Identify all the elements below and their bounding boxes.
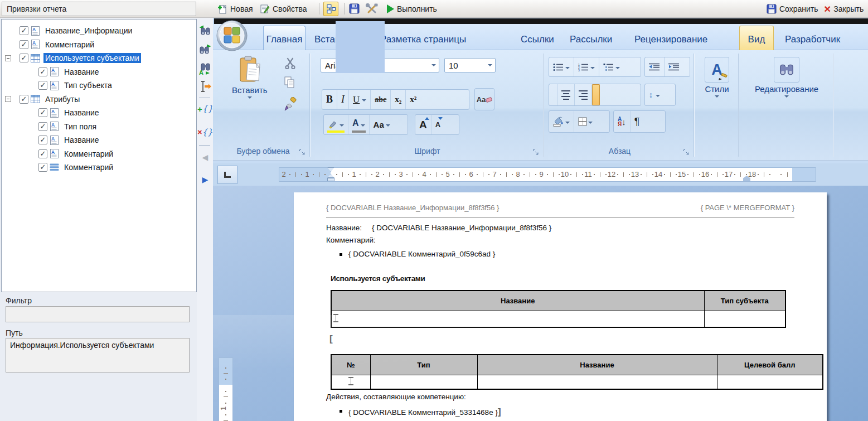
- competency-table-cell[interactable]: [477, 375, 717, 389]
- format-painter-button[interactable]: [283, 97, 298, 112]
- align-left-button[interactable]: [549, 84, 557, 105]
- find-text-binoculars-icon[interactable]: A: [198, 62, 212, 76]
- tab-разметка-страницы[interactable]: Разметка страницы: [374, 26, 473, 50]
- superscript-button[interactable]: x²: [405, 90, 420, 109]
- tree-item-label[interactable]: Название: [62, 135, 101, 145]
- borders-button[interactable]: [574, 111, 597, 132]
- tree-item[interactable]: ✓Используется субъектами: [2, 51, 196, 65]
- tree-item[interactable]: ✓AНазвание_Информации: [2, 24, 196, 38]
- underline-button[interactable]: U: [348, 90, 370, 109]
- paragraph-dialog-launcher[interactable]: [683, 149, 690, 156]
- filter-input[interactable]: [6, 306, 190, 322]
- tools-icon-button[interactable]: [365, 0, 379, 17]
- align-center-button[interactable]: [557, 84, 574, 105]
- tree-item-label[interactable]: Комментарий: [62, 149, 115, 159]
- tree-item[interactable]: ✓AТип поля: [2, 120, 196, 134]
- grow-font-button[interactable]: A: [415, 115, 431, 134]
- increase-indent-button[interactable]: [664, 57, 683, 76]
- copy-button[interactable]: [283, 76, 297, 89]
- clipboard-dialog-launcher[interactable]: [299, 149, 306, 156]
- delete-field-braces-icon[interactable]: ×{}: [198, 125, 212, 139]
- office-button[interactable]: [216, 20, 248, 52]
- competency-table-header-name[interactable]: Название: [477, 355, 717, 375]
- change-case-button[interactable]: Aa: [369, 115, 394, 134]
- bold-button[interactable]: B: [322, 90, 337, 109]
- line-spacing-button[interactable]: ↕: [645, 84, 664, 105]
- decrease-indent-button[interactable]: [645, 57, 664, 76]
- tab-рассылки[interactable]: Рассылки: [563, 26, 619, 50]
- justify-button[interactable]: [591, 84, 600, 105]
- document-page[interactable]: { DOCVARIABLE Название_Информации_8f8f3f…: [294, 192, 827, 421]
- competency-table-cell[interactable]: [331, 375, 370, 389]
- tree-checkbox[interactable]: ✓: [20, 26, 28, 35]
- tree-checkbox[interactable]: ✓: [38, 67, 47, 76]
- save-template-icon-button[interactable]: [349, 0, 360, 17]
- insert-field-cursor-icon[interactable]: [198, 80, 212, 93]
- tab-ссылки[interactable]: Ссылки: [514, 26, 561, 50]
- tree-item-label[interactable]: Тип субъекта: [62, 80, 114, 90]
- numbered-list-button[interactable]: 123: [574, 57, 599, 76]
- competency-table-cell[interactable]: [370, 375, 477, 389]
- tree-item[interactable]: ✓AНазвание: [2, 65, 196, 79]
- save-button[interactable]: Сохранить: [767, 0, 818, 17]
- font-color-button[interactable]: A: [348, 115, 369, 134]
- tab-stop-selector[interactable]: [217, 166, 237, 184]
- new-report-button[interactable]: Новая: [217, 0, 253, 17]
- tree-item-label[interactable]: Атрибуты: [43, 94, 81, 104]
- tree-checkbox[interactable]: ✓: [38, 149, 47, 158]
- strikethrough-button[interactable]: abc: [370, 90, 390, 109]
- multilevel-list-button[interactable]: [599, 57, 624, 76]
- tree-checkbox[interactable]: ✓: [20, 95, 28, 104]
- collapse-expander[interactable]: [5, 96, 11, 102]
- tree-checkbox[interactable]: ✓: [20, 54, 28, 62]
- font-dialog-launcher[interactable]: [532, 149, 540, 156]
- tree-checkbox[interactable]: ✓: [38, 163, 47, 172]
- tab-главная[interactable]: Главная: [263, 26, 306, 50]
- subjects-table-cell[interactable]: [704, 311, 785, 327]
- close-button[interactable]: × Закрыть: [824, 0, 864, 17]
- subjects-table-cell[interactable]: [331, 311, 704, 327]
- tree-item-label[interactable]: Тип поля: [62, 122, 98, 132]
- tab-рецензирование[interactable]: Рецензирование: [628, 26, 714, 50]
- cut-button[interactable]: [284, 57, 297, 69]
- tree-item-label[interactable]: Название: [62, 67, 101, 77]
- paste-button[interactable]: Вставить: [232, 56, 268, 99]
- add-field-braces-icon[interactable]: +{}: [198, 102, 212, 115]
- bindings-panel-toggle-button[interactable]: [323, 2, 338, 16]
- tree-item[interactable]: ✓AТип субъекта: [2, 79, 196, 93]
- subjects-table-header-name[interactable]: Название: [331, 291, 704, 311]
- competency-table-header-type[interactable]: Тип: [370, 355, 477, 375]
- tree-item[interactable]: ✓Атрибуты: [2, 93, 196, 107]
- find-previous-binoculars-icon[interactable]: [198, 24, 212, 37]
- tree-item-label[interactable]: Название_Информации: [43, 26, 134, 36]
- sort-button[interactable]: А Я ↓: [614, 111, 630, 132]
- tree-checkbox[interactable]: ✓: [20, 40, 28, 49]
- tree-item[interactable]: ✓Комментарий: [2, 161, 196, 175]
- navigate-back-arrow-icon[interactable]: ◀: [198, 151, 212, 164]
- tree-item[interactable]: ✓AКомментарий: [2, 147, 196, 161]
- tree-item-label[interactable]: Комментарий: [43, 40, 96, 50]
- tree-checkbox[interactable]: ✓: [38, 122, 47, 131]
- bullet-list-button[interactable]: [549, 57, 574, 76]
- tree-checkbox[interactable]: ✓: [38, 81, 47, 90]
- shrink-font-button[interactable]: A: [431, 115, 444, 134]
- show-marks-button[interactable]: ¶: [630, 111, 644, 132]
- editing-button[interactable]: Редактирование: [756, 57, 817, 98]
- tree-item[interactable]: ✓AНазвание: [2, 133, 196, 147]
- tree-item-label[interactable]: Используется субъектами: [43, 53, 141, 63]
- tree-item-label[interactable]: Комментарий: [62, 162, 115, 172]
- competency-table-cell[interactable]: [717, 375, 823, 389]
- subjects-table-header-type[interactable]: Тип субъекта: [704, 291, 785, 311]
- competency-table-header-num[interactable]: №: [331, 355, 370, 375]
- tab-разработчик[interactable]: Разработчик: [778, 26, 847, 50]
- styles-button[interactable]: A Стили: [701, 57, 733, 98]
- tab-вид[interactable]: Вид: [739, 26, 774, 50]
- shading-button[interactable]: [549, 111, 574, 132]
- competency-table-header-score[interactable]: Целевой балл: [717, 355, 823, 375]
- run-button[interactable]: Выполнить: [387, 0, 437, 17]
- collapse-expander[interactable]: [5, 55, 11, 61]
- subscript-button[interactable]: x₂: [390, 90, 405, 109]
- tree-checkbox[interactable]: ✓: [38, 108, 47, 117]
- find-next-binoculars-icon[interactable]: [198, 43, 212, 56]
- italic-button[interactable]: I: [337, 90, 348, 109]
